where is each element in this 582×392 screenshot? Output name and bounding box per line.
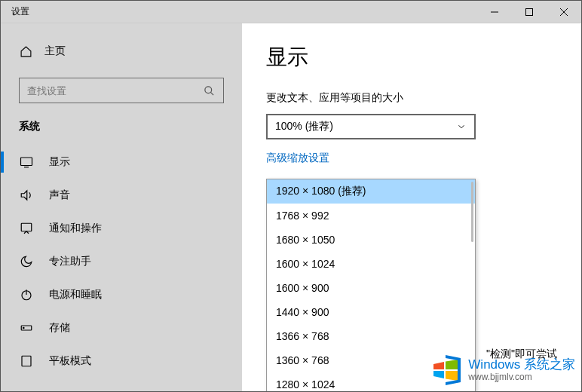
sidebar: 主页 系统 显示 声音 (1, 23, 242, 391)
nav-label: 存储 (49, 321, 70, 335)
svg-rect-6 (21, 158, 32, 166)
search-box[interactable] (19, 78, 224, 103)
focus-icon (19, 254, 34, 269)
section-title: 系统 (1, 103, 242, 141)
window-title: 设置 (1, 5, 29, 18)
resolution-option[interactable]: 1680 × 1050 (267, 228, 475, 252)
svg-line-5 (210, 92, 213, 95)
notifications-icon (19, 221, 34, 236)
maximize-icon (525, 8, 533, 16)
nav-label: 声音 (49, 188, 70, 202)
scale-dropdown[interactable]: 100% (推荐) (266, 114, 476, 139)
chevron-down-icon (456, 121, 467, 132)
scale-value: 100% (推荐) (275, 120, 333, 133)
svg-rect-14 (22, 356, 31, 366)
search-input[interactable] (27, 85, 202, 96)
resolution-option[interactable]: 1600 × 900 (267, 276, 475, 300)
power-icon (19, 287, 34, 302)
nav-label: 通知和操作 (49, 222, 102, 235)
titlebar: 设置 (1, 1, 581, 23)
close-icon (560, 8, 568, 16)
nav-item-sound[interactable]: 声音 (1, 179, 242, 212)
nav-item-power[interactable]: 电源和睡眠 (1, 278, 242, 311)
minimize-button[interactable] (477, 1, 512, 23)
close-button[interactable] (547, 1, 581, 23)
svg-point-13 (23, 327, 25, 329)
search-icon (202, 84, 216, 97)
watermark-url: www.bjjmlv.com (468, 372, 575, 383)
resolution-option[interactable]: 1600 × 1024 (267, 252, 475, 276)
tablet-icon (19, 354, 34, 369)
main-panel: 显示 更改文本、应用等项目的大小 100% (推荐) 高级缩放设置 1920 ×… (242, 23, 581, 391)
home-nav[interactable]: 主页 (1, 38, 242, 64)
nav-item-storage[interactable]: 存储 (1, 311, 242, 345)
resolution-option[interactable]: 1920 × 1080 (推荐) (267, 179, 475, 204)
watermark-logo-icon (429, 354, 462, 387)
resolution-option[interactable]: 1768 × 992 (267, 204, 475, 228)
nav-item-notifications[interactable]: 通知和操作 (1, 212, 242, 245)
nav-label: 平板模式 (49, 354, 91, 368)
svg-rect-1 (526, 8, 533, 15)
watermark: Windows 系统之家 www.bjjmlv.com (429, 354, 575, 387)
nav-item-tablet[interactable]: 平板模式 (1, 345, 242, 378)
nav-label: 显示 (49, 155, 70, 169)
svg-marker-8 (21, 191, 27, 200)
svg-rect-9 (21, 223, 32, 231)
nav-label: 电源和睡眠 (49, 288, 102, 302)
dropdown-scrollbar[interactable] (471, 182, 473, 242)
window-controls (477, 1, 581, 23)
resolution-option[interactable]: 1440 × 900 (267, 300, 475, 324)
advanced-scale-link[interactable]: 高级缩放设置 (266, 152, 557, 165)
page-title: 显示 (266, 43, 557, 72)
sound-icon (19, 188, 34, 203)
home-icon (19, 44, 32, 58)
display-icon (19, 155, 34, 170)
resolution-option[interactable]: 1366 × 768 (267, 324, 475, 348)
home-label: 主页 (44, 44, 66, 58)
watermark-brand: Windows 系统之家 (468, 357, 575, 372)
nav-list: 显示 声音 通知和操作 专注助手 (1, 145, 242, 378)
nav-item-display[interactable]: 显示 (1, 145, 242, 179)
scale-label: 更改文本、应用等项目的大小 (266, 91, 557, 105)
maximize-button[interactable] (512, 1, 547, 23)
svg-point-4 (204, 86, 211, 93)
minimize-icon (491, 8, 498, 16)
nav-label: 专注助手 (49, 255, 91, 268)
nav-item-focus[interactable]: 专注助手 (1, 245, 242, 278)
storage-icon (19, 320, 34, 335)
